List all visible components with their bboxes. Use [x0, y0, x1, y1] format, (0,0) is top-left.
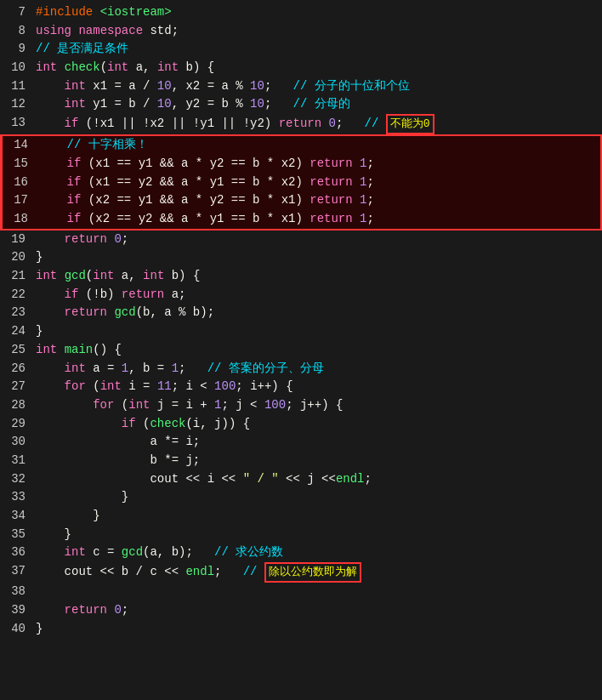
line-content: using namespace std;: [36, 22, 597, 41]
code-line: 27 for (int i = 11; i < 100; i++) {: [0, 378, 602, 396]
line-number: 35: [5, 526, 26, 544]
token-kw: if: [67, 193, 82, 207]
line-content: int y1 = b / 10, y2 = b % 10; // 分母的: [36, 95, 597, 114]
token-fn: gcd: [114, 305, 135, 319]
token-plain: }: [36, 527, 71, 541]
token-plain: [353, 193, 360, 207]
token-plain: ; j <: [222, 398, 264, 412]
line-content: }: [36, 248, 597, 267]
token-plain: (x1 == y2 && a * y1 == b * x2): [81, 175, 310, 189]
token-plain: [36, 545, 65, 559]
token-kw: return: [310, 193, 352, 207]
token-plain: y1 = b /: [86, 97, 157, 111]
line-number: 11: [5, 77, 26, 96]
token-plain: }: [36, 490, 128, 504]
line-number: 33: [5, 488, 26, 507]
line-number: 24: [5, 322, 26, 341]
token-plain: c =: [86, 545, 122, 559]
token-fn: main: [65, 343, 94, 356]
token-kw: return: [310, 212, 352, 225]
line-content: }: [36, 526, 597, 544]
line-content: if (x1 == y1 && a * y2 == b * x2) return…: [38, 155, 595, 174]
line-number: 23: [5, 304, 26, 322]
token-plain: [57, 269, 64, 282]
token-plain: [36, 398, 93, 412]
token-plain: a,: [114, 269, 143, 282]
line-number: 31: [5, 452, 26, 470]
code-line: 34 }: [0, 507, 602, 526]
token-plain: (: [100, 60, 107, 74]
code-line: 29 if (check(i, j)) {: [0, 415, 602, 434]
token-plain: x1 = a /: [86, 79, 157, 93]
code-line: 21int gcd(int a, int b) {: [0, 267, 602, 286]
token-cm: // 分母的: [293, 97, 350, 111]
token-num: 0: [114, 232, 121, 246]
line-number: 18: [8, 210, 28, 229]
token-num: 10: [157, 97, 172, 111]
line-content: if (x2 == y2 && a * y1 == b * x1) return…: [38, 210, 595, 229]
token-str: " / ": [243, 472, 279, 486]
token-plain: [38, 193, 67, 207]
token-num: 1: [360, 193, 366, 207]
token-plain: ; j++) {: [286, 398, 343, 412]
line-content: b *= j;: [36, 452, 597, 470]
token-plain: ;: [367, 175, 374, 189]
line-content: int c = gcd(a, b); // 求公约数: [36, 543, 597, 562]
token-plain: b *= j;: [36, 453, 200, 467]
line-number: 15: [8, 155, 28, 174]
line-number: 20: [5, 248, 26, 267]
token-kw: return: [310, 157, 352, 170]
token-cm: // 答案的分子、分母: [207, 361, 324, 375]
line-content: if (x1 == y2 && a * y1 == b * x2) return…: [38, 174, 595, 192]
line-number: 29: [5, 415, 26, 434]
token-plain: ;: [122, 603, 128, 617]
token-num: 0: [114, 603, 121, 617]
token-fn: endl: [336, 472, 365, 486]
token-num: 10: [250, 97, 264, 111]
code-line: 33 }: [0, 488, 602, 507]
token-plain: ;: [214, 565, 243, 578]
token-plain: ;: [367, 212, 374, 225]
token-plain: (: [86, 379, 100, 393]
token-inc: <iostream>: [100, 5, 172, 19]
line-number: 16: [8, 174, 28, 192]
line-content: [36, 583, 597, 601]
token-plain: (b, a % b);: [136, 305, 214, 319]
token-num: 100: [264, 398, 286, 412]
code-line: 14 // 十字相乘！: [0, 134, 602, 155]
line-content: for (int i = 11; i < 100; i++) {: [36, 378, 597, 396]
line-number: 30: [5, 433, 26, 452]
line-number: 21: [5, 267, 26, 286]
line-content: for (int j = i + 1; j < 100; j++) {: [36, 396, 597, 415]
code-line: 39 return 0;: [0, 601, 602, 620]
line-content: int a = 1, b = 1; // 答案的分子、分母: [36, 360, 597, 378]
token-plain: , y2 = b %: [172, 97, 250, 111]
token-fn: gcd: [65, 269, 86, 282]
line-number: 39: [5, 601, 26, 620]
line-number: 25: [5, 341, 26, 360]
token-plain: [36, 603, 65, 617]
token-plain: () {: [93, 343, 122, 356]
token-plain: (i, j)) {: [185, 417, 250, 430]
token-plain: [36, 117, 65, 130]
token-kw: if: [122, 417, 136, 430]
token-fn: endl: [185, 565, 214, 578]
token-plain: a;: [164, 287, 185, 301]
token-plain: [36, 232, 65, 246]
token-cm: // 分子的十位和个位: [293, 79, 410, 93]
token-plain: [353, 157, 360, 170]
line-number: 27: [5, 378, 26, 396]
line-content: int check(int a, int b) {: [36, 59, 597, 77]
token-kw: int: [100, 379, 122, 393]
token-plain: [36, 79, 65, 93]
token-kw: int: [65, 97, 86, 111]
token-plain: [36, 472, 150, 486]
token-kw: for: [65, 379, 86, 393]
code-line: 7#include <iostream>: [0, 3, 602, 22]
code-line: 38: [0, 583, 602, 601]
token-kw: for: [93, 398, 114, 412]
token-plain: (x2 == y2 && a * y1 == b * x1): [81, 212, 310, 225]
token-plain: [36, 287, 65, 301]
token-cm: //: [365, 117, 386, 130]
code-line: 23 return gcd(b, a % b);: [0, 304, 602, 322]
